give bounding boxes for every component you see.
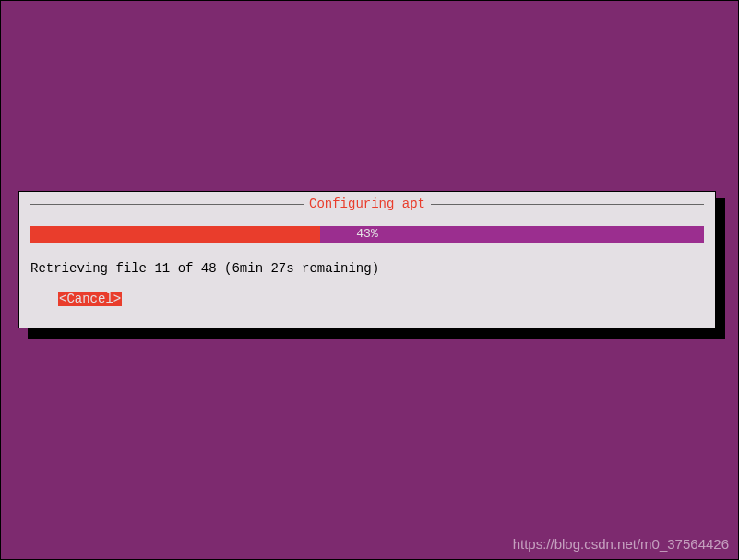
progress-bar: 43% xyxy=(30,226,704,243)
title-line-right xyxy=(431,204,704,205)
dialog-title-row: Configuring apt xyxy=(30,197,704,211)
progress-percent-label: 43% xyxy=(30,226,704,243)
dialog-title: Configuring apt xyxy=(304,197,431,211)
status-text: Retrieving file 11 of 48 (6min 27s remai… xyxy=(30,261,379,276)
title-line-left xyxy=(30,204,304,205)
cancel-button[interactable]: <Cancel> xyxy=(58,292,122,306)
dialog-box: Configuring apt 43% Retrieving file 11 o… xyxy=(18,191,716,328)
watermark-text: https://blog.csdn.net/m0_37564426 xyxy=(513,536,729,552)
